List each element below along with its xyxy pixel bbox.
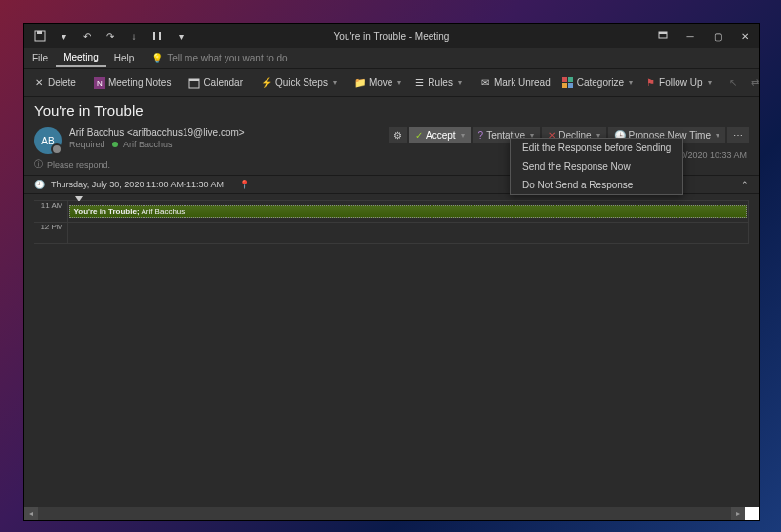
undo-icon[interactable]: ↶ [77,26,97,46]
calendar-icon [188,77,200,89]
resize-grip-icon[interactable] [745,507,759,520]
categorize-icon [562,77,574,89]
event-title: You're in Trouble; [74,207,140,216]
chevron-down-icon: ▾ [333,78,337,87]
move-button[interactable]: 📁Move▾ [349,74,406,92]
svg-rect-7 [189,79,199,81]
timeslot-12pm[interactable] [67,223,749,244]
location-icon: 📍 [239,180,250,189]
organizer-email: <arifbacchus19@live.com> [127,127,245,138]
tell-me-placeholder: Tell me what you want to do [167,53,287,63]
svg-rect-1 [37,31,42,34]
calendar-preview: 11 AM You're in Trouble; Arif Bacchus 12… [24,194,759,248]
svg-text:N: N [97,79,103,88]
menu-help[interactable]: Help [106,50,143,66]
scroll-left-icon[interactable]: ◂ [24,507,38,520]
chevron-down-icon: ▾ [629,78,633,87]
time-label-12pm: 12 PM [34,223,67,244]
more-actions-button[interactable]: ⋯ [727,127,749,143]
info-icon: ⓘ [34,158,43,171]
translate-icon: ⇄ [749,77,759,89]
save-icon[interactable] [30,26,50,46]
required-label: Required [69,140,105,149]
event-organizer: Arif Bacchus [141,207,185,216]
tell-me-search[interactable]: 💡 Tell me what you want to do [142,53,287,64]
organizer-info: Arif Bacchus <arifbacchus19@live.com> Re… [69,127,389,149]
lightning-icon: ⚡ [261,77,272,89]
collapse-caret-icon[interactable]: ⌃ [741,180,749,189]
menu-bar: File Meeting Help 💡 Tell me what you wan… [24,48,759,69]
accept-dropdown-menu: Edit the Response before Sending Send th… [510,138,683,195]
menu-meeting[interactable]: Meeting [56,49,106,67]
qat-dropdown-icon[interactable]: ▾ [54,26,73,46]
please-respond-text: Please respond. [47,160,110,170]
minimize-button[interactable]: ─ [677,24,704,48]
follow-up-button[interactable]: ⚑Follow Up▾ [639,74,716,92]
svg-rect-3 [659,32,667,34]
rules-button[interactable]: ☰Rules▾ [408,74,467,92]
down-arrow-icon[interactable]: ↓ [124,26,144,46]
rules-icon: ☰ [413,77,425,89]
window-controls: ─ ▢ ✕ [649,24,759,48]
lightbulb-icon: 💡 [151,53,163,64]
pointer-icon: ↖ [724,74,742,91]
menu-file[interactable]: File [24,50,56,66]
meeting-options-button[interactable]: ⚙ [389,127,407,143]
horizontal-scrollbar[interactable]: ◂ ▸ [24,507,759,520]
question-icon: ? [478,130,484,141]
timeslot-11am[interactable]: You're in Trouble; Arif Bacchus [67,201,749,223]
quick-access-toolbar: ▾ ↶ ↷ ↓ ▾ [24,26,196,46]
delete-icon: ✕ [33,77,45,89]
meeting-event-block[interactable]: You're in Trouble; Arif Bacchus [69,205,748,218]
flag-icon: ⚑ [644,77,656,89]
touch-mode-icon[interactable] [147,26,167,46]
translate-button: ⇄Translate▾ [744,74,759,92]
delete-button[interactable]: ✕Delete [28,74,81,92]
ribbon-options-icon[interactable] [649,24,677,48]
svg-rect-9 [568,77,573,82]
meeting-subject: You're in Trouble [34,102,749,119]
accept-send-now[interactable]: Send the Response Now [511,157,682,176]
calendar-button[interactable]: Calendar [184,74,248,92]
chevron-down-icon: ▾ [458,78,462,87]
scroll-right-icon[interactable]: ▸ [731,507,745,520]
chevron-down-icon: ▾ [708,78,712,87]
meeting-notes-button[interactable]: NMeeting Notes [89,74,176,92]
qat-more-icon[interactable]: ▾ [171,26,190,46]
categorize-button[interactable]: Categorize▾ [557,74,637,92]
required-attendee: Arif Bacchus [123,140,173,149]
svg-rect-10 [562,83,567,88]
redo-icon[interactable]: ↷ [101,26,120,46]
svg-rect-8 [562,77,567,82]
timeline-table: 11 AM You're in Trouble; Arif Bacchus 12… [34,200,749,244]
organizer-name: Arif Bacchus [69,127,124,138]
accept-no-response[interactable]: Do Not Send a Response [511,176,682,194]
time-label-11am: 11 AM [34,201,67,223]
close-button[interactable]: ✕ [731,24,759,48]
chevron-down-icon: ▾ [461,131,465,140]
folder-move-icon: 📁 [354,77,366,89]
accept-button[interactable]: ✓Accept▾ [409,127,471,143]
accept-edit-response[interactable]: Edit the Response before Sending [511,139,682,157]
clock-icon: 🕘 [34,180,45,189]
title-bar: ▾ ↶ ↷ ↓ ▾ You're in Trouble - Meeting ─ … [24,24,759,48]
meeting-datetime: Thursday, July 30, 2020 11:00 AM-11:30 A… [51,180,224,189]
mark-unread-button[interactable]: ✉Mark Unread [474,74,555,92]
check-icon: ✓ [415,130,423,141]
onenote-icon: N [94,77,105,89]
chevron-down-icon: ▾ [397,78,401,87]
chevron-down-icon: ▾ [716,131,719,140]
window-title: You're in Trouble - Meeting [334,31,450,42]
outlook-meeting-window: ▾ ↶ ↷ ↓ ▾ You're in Trouble - Meeting ─ … [23,23,760,521]
maximize-button[interactable]: ▢ [704,24,731,48]
quick-steps-button[interactable]: ⚡Quick Steps▾ [256,74,342,92]
svg-rect-11 [568,83,573,88]
ribbon: ✕Delete NMeeting Notes Calendar ⚡Quick S… [24,69,759,97]
meeting-body [24,248,759,507]
organizer-avatar[interactable]: AB [34,127,62,154]
presence-available-icon [112,142,118,147]
gear-icon: ⚙ [393,130,402,141]
subject-bar: You're in Trouble [24,97,759,123]
envelope-icon: ✉ [479,77,491,89]
